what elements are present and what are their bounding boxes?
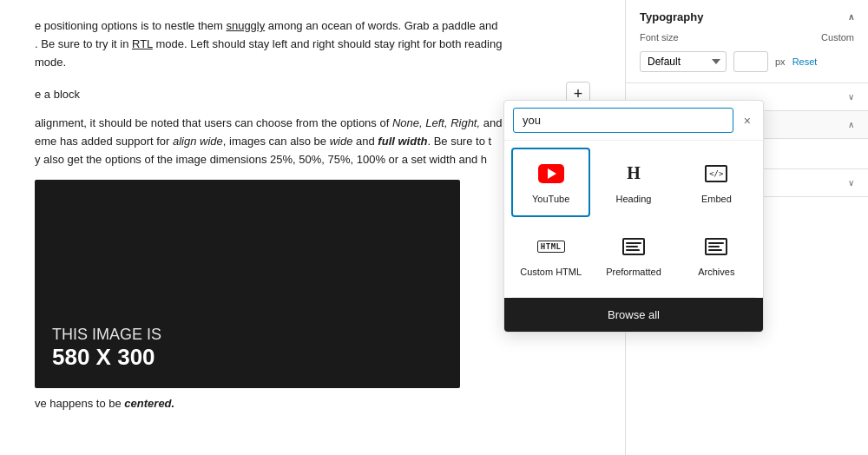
add-block-label: e a block (35, 88, 80, 101)
custom-html-label: Custom HTML (520, 266, 582, 278)
typography-label: Typography (640, 10, 703, 23)
centered-italic: centered. (124, 397, 174, 410)
typography-collapse-icon[interactable]: ∧ (848, 12, 854, 22)
chevron-down-icon-2[interactable]: ∨ (848, 178, 854, 188)
block-inserter-popup: × YouTube H Heading </> (503, 100, 764, 333)
preformatted-label: Preformatted (606, 266, 661, 278)
font-size-label: Font size (640, 32, 814, 43)
image-label-top: THIS IMAGE IS (52, 326, 161, 344)
search-clear-button[interactable]: × (740, 114, 754, 128)
chevron-up-icon[interactable]: ∧ (848, 120, 854, 129)
browse-all-button[interactable]: Browse all (504, 298, 763, 332)
chevron-down-icon-1[interactable]: ∨ (848, 92, 854, 102)
bottom-text: ve happens to be centered. (35, 397, 590, 410)
font-size-row: Default px Reset (640, 51, 854, 72)
preformatted-icon (622, 233, 645, 260)
block-search-input[interactable] (513, 108, 733, 133)
archives-icon (705, 233, 727, 260)
image-block: THIS IMAGE IS 580 X 300 (35, 180, 460, 388)
custom-html-icon: HTML (537, 233, 565, 260)
youtube-icon (538, 160, 564, 188)
block-item-preformatted[interactable]: Preformatted (594, 221, 673, 290)
heading-label: Heading (616, 193, 652, 205)
embed-icon: </> (705, 160, 727, 188)
content-paragraph-1: e positioning options is to nestle them … (35, 17, 590, 71)
block-item-archives[interactable]: Archives (677, 221, 756, 290)
image-label-bottom: 580 X 300 (52, 344, 155, 371)
typography-section: Typography ∧ Font size Custom Default px… (626, 0, 868, 83)
block-item-embed[interactable]: </> Embed (677, 148, 756, 217)
block-item-custom-html[interactable]: HTML Custom HTML (511, 221, 590, 290)
youtube-label: YouTube (532, 193, 569, 205)
reset-button[interactable]: Reset (792, 56, 818, 67)
search-row: × (504, 101, 763, 141)
custom-label: Custom (821, 32, 854, 43)
typography-controls: Font size Custom (640, 32, 854, 43)
typography-header: Typography ∧ (640, 10, 854, 23)
embed-label: Embed (701, 193, 732, 205)
custom-size-input[interactable] (733, 51, 768, 72)
close-icon: × (744, 114, 751, 128)
block-item-heading[interactable]: H Heading (594, 148, 673, 217)
px-label: px (775, 56, 786, 67)
font-size-select[interactable]: Default (640, 51, 727, 72)
heading-icon: H (627, 160, 641, 188)
block-item-youtube[interactable]: YouTube (511, 148, 590, 217)
archives-label: Archives (698, 266, 734, 278)
block-grid: YouTube H Heading </> Embed HTML Custom … (504, 141, 763, 297)
